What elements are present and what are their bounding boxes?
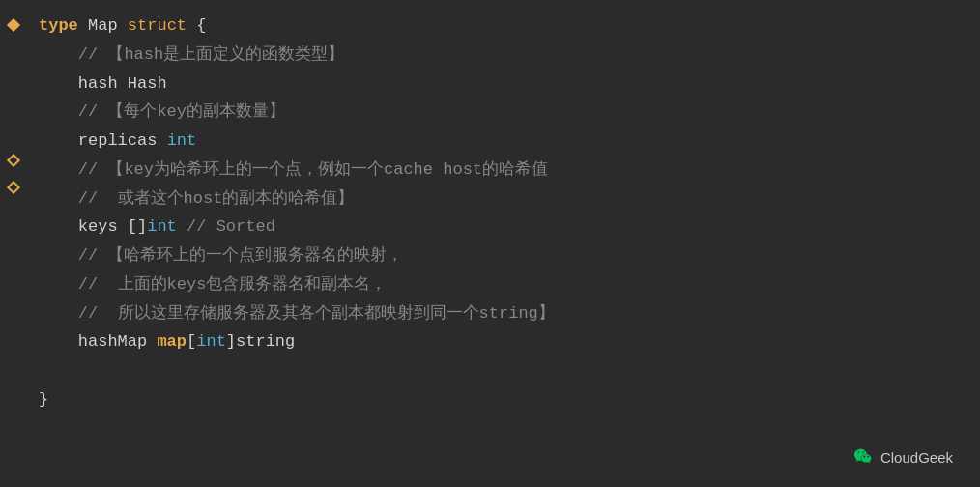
code-segment: // 【hash是上面定义的函数类型】 — [39, 45, 344, 64]
code-line: type Map struct { — [39, 12, 980, 41]
code-segment: // 或者这个host的副本的哈希值】 — [39, 189, 354, 208]
code-line: keys []int // Sorted — [39, 213, 980, 242]
gutter-marker — [7, 174, 20, 201]
code-line — [39, 357, 980, 386]
gutter-marker — [7, 336, 20, 363]
code-segment: type — [39, 16, 78, 35]
code-segment: int — [167, 131, 197, 150]
code-line: hash Hash — [39, 70, 980, 99]
code-line: // 【key为哈希环上的一个点，例如一个cache host的哈希值 — [39, 156, 980, 185]
code-segment: // 【哈希环上的一个点到服务器名的映射， — [39, 246, 403, 265]
code-line: replicas int — [39, 127, 980, 156]
gutter — [0, 8, 27, 479]
gutter-marker — [7, 201, 20, 228]
code-segment: hash Hash — [39, 74, 167, 93]
code-segment: replicas — [39, 131, 167, 150]
gutter-marker — [7, 66, 20, 93]
code-segment: { — [187, 16, 206, 35]
watermark-text: CloudGeek — [880, 446, 953, 470]
code-line: hashMap map[int]string — [39, 328, 980, 357]
wechat-icon — [853, 447, 875, 469]
code-segment: int — [147, 217, 177, 236]
code-segment: // 【key为哈希环上的一个点，例如一个cache host的哈希值 — [39, 160, 548, 179]
gutter-marker — [7, 309, 20, 336]
gutter-marker — [7, 255, 20, 282]
gutter-marker — [7, 120, 20, 147]
code-segment: // 【每个key的副本数量】 — [39, 102, 285, 121]
code-segment: ]string — [226, 332, 295, 351]
code-lines: type Map struct { // 【hash是上面定义的函数类型】 ha… — [27, 8, 980, 479]
code-segment: // 上面的keys包含服务器名和副本名， — [39, 275, 387, 294]
watermark: CloudGeek — [853, 446, 953, 470]
code-segment: hashMap — [39, 332, 157, 351]
gutter-marker — [7, 282, 20, 309]
gutter-marker — [7, 39, 20, 66]
code-line: // 【哈希环上的一个点到服务器名的映射， — [39, 242, 980, 271]
code-line: // 【每个key的副本数量】 — [39, 98, 980, 127]
gutter-marker — [7, 147, 20, 174]
code-segment: map — [157, 332, 187, 351]
code-line: // 上面的keys包含服务器名和副本名， — [39, 271, 980, 300]
code-segment: [ — [187, 332, 196, 351]
code-line: // 所以这里存储服务器及其各个副本都映射到同一个string】 — [39, 300, 980, 329]
code-segment: Map — [78, 16, 128, 35]
code-segment: // 所以这里存储服务器及其各个副本都映射到同一个string】 — [39, 304, 555, 323]
gutter-marker — [7, 12, 20, 39]
code-segment: // Sorted — [177, 217, 275, 236]
gutter-marker — [7, 93, 20, 120]
code-container: type Map struct { // 【hash是上面定义的函数类型】 ha… — [0, 0, 980, 487]
gutter-marker — [7, 363, 20, 390]
gutter-marker — [7, 228, 20, 255]
code-segment: } — [39, 390, 48, 409]
code-line: // 【hash是上面定义的函数类型】 — [39, 41, 980, 70]
code-segment: int — [196, 332, 226, 351]
code-line: // 或者这个host的副本的哈希值】 — [39, 185, 980, 214]
code-segment: keys [] — [39, 217, 147, 236]
code-segment: struct — [128, 16, 187, 35]
code-line: } — [39, 386, 980, 415]
